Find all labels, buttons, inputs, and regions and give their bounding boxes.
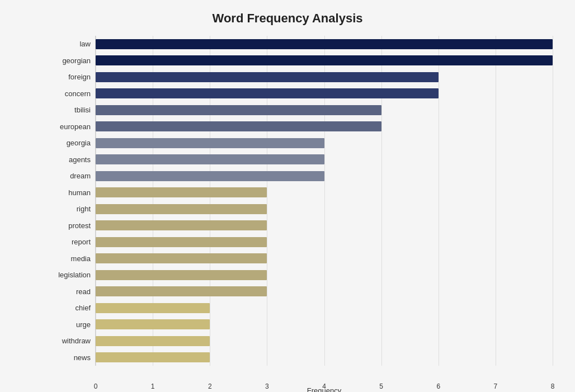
bar bbox=[96, 121, 381, 131]
bar-row bbox=[96, 54, 553, 67]
y-axis: lawgeorgianforeignconcerntbilisieuropean… bbox=[50, 36, 95, 366]
bar-row bbox=[96, 120, 553, 133]
bar-row bbox=[96, 236, 553, 248]
x-tick: 7 bbox=[494, 382, 498, 390]
y-label: human bbox=[68, 189, 91, 196]
y-label: withdraw bbox=[62, 337, 91, 344]
y-label: legislation bbox=[58, 271, 91, 278]
bar bbox=[96, 72, 439, 82]
bar-row bbox=[96, 71, 553, 83]
bar bbox=[96, 39, 553, 49]
bar bbox=[96, 303, 210, 313]
y-label: news bbox=[74, 354, 91, 361]
y-label: tbilisi bbox=[74, 106, 91, 114]
bar bbox=[96, 171, 324, 181]
y-label: right bbox=[77, 205, 91, 212]
bar-row bbox=[96, 318, 553, 330]
bar-row bbox=[96, 104, 553, 116]
bar bbox=[96, 352, 210, 362]
bar bbox=[96, 105, 381, 115]
y-label: report bbox=[72, 238, 91, 245]
bar-row bbox=[96, 137, 553, 149]
y-label: protest bbox=[68, 222, 91, 229]
bar-row bbox=[96, 252, 553, 265]
bar-row bbox=[96, 285, 553, 297]
bar bbox=[96, 270, 267, 280]
bar-row bbox=[96, 302, 553, 314]
bar bbox=[96, 187, 267, 197]
bar-row bbox=[96, 269, 553, 281]
x-tick: 0 bbox=[94, 382, 98, 390]
bar-row bbox=[96, 87, 553, 100]
bar bbox=[96, 286, 267, 296]
y-label: law bbox=[79, 40, 91, 48]
bar bbox=[96, 220, 267, 230]
y-label: dream bbox=[70, 172, 91, 180]
bar bbox=[96, 55, 553, 65]
y-label: read bbox=[76, 288, 91, 295]
bar bbox=[96, 237, 267, 247]
y-label: european bbox=[60, 123, 91, 130]
bar-row bbox=[96, 351, 553, 363]
bar-row bbox=[96, 38, 553, 50]
y-label: chief bbox=[76, 304, 91, 311]
y-label: media bbox=[71, 255, 91, 262]
chart-container: Word Frequency Analysis lawgeorgianforei… bbox=[0, 0, 575, 392]
bar-row bbox=[96, 153, 553, 166]
y-label: georgia bbox=[67, 139, 91, 147]
x-tick: 2 bbox=[208, 382, 212, 390]
bar-row bbox=[96, 203, 553, 215]
bars-grid: 012345678 Frequency bbox=[95, 36, 553, 366]
x-tick: 3 bbox=[265, 382, 269, 390]
y-label: georgian bbox=[62, 57, 91, 64]
y-label: foreign bbox=[68, 73, 91, 81]
x-tick: 5 bbox=[379, 382, 383, 390]
bar bbox=[96, 336, 210, 346]
chart-area: lawgeorgianforeignconcerntbilisieuropean… bbox=[50, 36, 553, 366]
bar-row bbox=[96, 186, 553, 199]
bar-row bbox=[96, 335, 553, 347]
x-tick: 6 bbox=[436, 382, 440, 390]
grid-line bbox=[553, 36, 553, 366]
bar-row bbox=[96, 170, 553, 182]
y-label: agents bbox=[69, 156, 91, 163]
bar bbox=[96, 319, 210, 329]
chart-title: Word Frequency Analysis bbox=[22, 11, 553, 26]
y-label: concern bbox=[65, 90, 91, 97]
x-axis-label: Frequency bbox=[307, 386, 341, 392]
bar bbox=[96, 253, 267, 263]
x-tick: 8 bbox=[551, 382, 555, 390]
bar bbox=[96, 138, 324, 148]
bar bbox=[96, 88, 439, 98]
bar bbox=[96, 154, 324, 164]
bar bbox=[96, 204, 267, 214]
x-tick: 1 bbox=[151, 382, 155, 390]
y-label: urge bbox=[76, 321, 91, 328]
bar-row bbox=[96, 219, 553, 232]
